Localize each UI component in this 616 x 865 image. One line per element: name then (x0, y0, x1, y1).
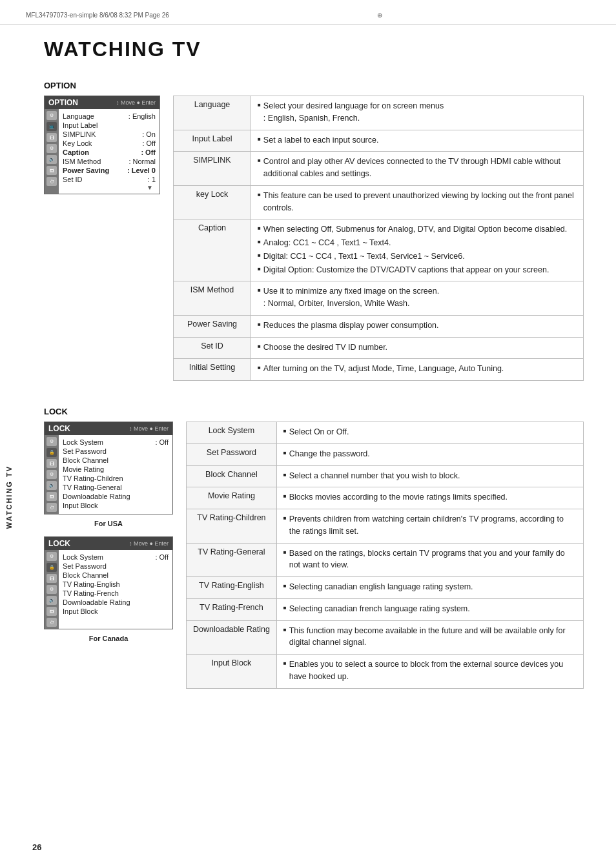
option-item-language: Language : English (63, 112, 156, 121)
lock-row-tvchildren-label: TV Rating-Children (187, 509, 277, 544)
option-row-caption: Caption When selecting Off, Submenus for… (174, 219, 584, 281)
lock-row-tvchildren: TV Rating-Children Prevents children fro… (187, 509, 584, 544)
option-menu-nav: ↕ Move ● Enter (116, 99, 156, 106)
option-item-ism-label: ISM Method (63, 158, 101, 165)
option-row-inputlabel-label: Input Label (174, 130, 251, 152)
option-icon-7: ⏱ (46, 177, 57, 186)
option-caption-bullet2: Analog: CC1 ~ CC4 , Text1 ~ Text4. (258, 237, 577, 249)
lock-row-tvenglish-label: TV Rating-English (187, 577, 277, 599)
option-item-powersaving-value: : Level 0 (127, 167, 156, 174)
option-row-ism-label: ISM Method (174, 281, 251, 316)
option-section: OPTION OPTION ↕ Move ● Enter ⚙ 📺 🎞 ⚙ 🔊 🖼 (44, 81, 584, 381)
lock-item-blockchannel-canada: Block Channel (63, 571, 169, 580)
option-item-ism-value: : Normal (128, 158, 156, 165)
lock-row-tvfrench-label: TV Rating-French (187, 598, 277, 620)
lock-icon-usa-2: 🔒 (46, 448, 57, 457)
lock-icon-usa-6: 🖼 (46, 492, 57, 501)
lock-item-inputblock-canada: Input Block (63, 607, 169, 616)
option-scroll-indicator: ▼ (63, 184, 156, 191)
lock-info-table: Lock System Select On or Off. Set Passwo… (186, 422, 584, 689)
lock-icon-canada-7: ⏱ (46, 618, 57, 627)
lock-menu-header-usa: LOCK ↕ Move ● Enter (45, 422, 172, 435)
lock-menu-box-canada: LOCK ↕ Move ● Enter ⚙ 🔒 🎞 ⚙ 🔊 🖼 (44, 536, 173, 629)
page-header: MFL34797073-en-simple 8/6/08 8:32 PM Pag… (0, 0, 616, 25)
lock-row-tvgeneral-info: Based on the ratings, blocks certain TV … (276, 543, 583, 577)
option-item-simplink: SIMPLINK : On (63, 130, 156, 139)
option-row-initialsetting-info: After turning on the TV, adjust Mode, Ti… (251, 359, 584, 381)
lock-section-body: LOCK ↕ Move ● Enter ⚙ 🔒 🎞 ⚙ 🔊 🖼 (44, 422, 584, 689)
lock-menu-usa: LOCK ↕ Move ● Enter ⚙ 🔒 🎞 ⚙ 🔊 🖼 (44, 422, 173, 530)
option-item-caption-value: : Off (141, 148, 156, 156)
option-language-bullet1: Select your desired language for on scre… (258, 100, 577, 125)
option-menu-items: Language : English Input Label SIMPLINK … (59, 109, 159, 194)
option-item-simplink-value: : On (142, 130, 156, 138)
option-row-caption-info: When selecting Off, Submenus for Analog,… (251, 219, 584, 281)
option-row-setid: Set ID Choose the desired TV ID number. (174, 337, 584, 359)
header-decoration: ⊕ (377, 12, 382, 19)
file-info: MFL34797073-en-simple 8/6/08 8:32 PM Pag… (26, 12, 169, 19)
option-item-setid: Set ID : 1 (63, 175, 156, 184)
lock-usa-sublabel: For USA (44, 520, 173, 527)
lock-row-blockchannel-label: Block Channel (187, 465, 277, 487)
lock-icon-usa-3: 🎞 (46, 459, 57, 468)
option-row-caption-label: Caption (174, 219, 251, 281)
option-item-keylock-value: : Off (142, 139, 156, 147)
lock-item-downloadable-usa: Downloadable Rating (63, 492, 169, 501)
lock-row-tvgeneral-label: TV Rating-General (187, 543, 277, 577)
lock-row-locksystem-info: Select On or Off. (276, 422, 583, 444)
lock-icon-usa-5: 🔊 (46, 481, 57, 490)
lock-icon-usa-1: ⚙ (46, 437, 57, 446)
lock-canada-sublabel: For Canada (44, 635, 173, 642)
lock-item-tvchildren-usa: TV Rating-Children (63, 474, 169, 483)
option-row-initialsetting-label: Initial Setting (174, 359, 251, 381)
page-number: 26 (32, 842, 41, 852)
lock-row-downloadable-label: Downloadable Rating (187, 620, 277, 655)
lock-item-locksystem-canada: Lock System : Off (63, 553, 169, 562)
option-row-simplink: SIMPLINK Control and play other AV devic… (174, 152, 584, 186)
option-row-setid-label: Set ID (174, 337, 251, 359)
lock-item-locksystem-usa: Lock System : Off (63, 438, 169, 447)
lock-item-tvgeneral-usa: TV Rating-General (63, 483, 169, 492)
option-row-simplink-label: SIMPLINK (174, 152, 251, 186)
lock-section-title: LOCK (44, 407, 584, 416)
option-menu-box: OPTION ↕ Move ● Enter ⚙ 📺 🎞 ⚙ 🔊 🖼 ⏱ (44, 96, 160, 194)
lock-section: LOCK LOCK ↕ Move ● Enter ⚙ 🔒 (44, 407, 584, 689)
lock-row-setpassword: Set Password Change the password. (187, 443, 584, 465)
option-item-setid-value: : 1 (148, 176, 156, 183)
option-row-ism-info: Use it to minimize any fixed image on th… (251, 281, 584, 316)
option-icon-2: 📺 (46, 122, 57, 131)
lock-item-setpassword-canada: Set Password (63, 562, 169, 571)
option-icon-1: ⚙ (46, 111, 57, 120)
lock-row-setpassword-info: Change the password. (276, 443, 583, 465)
lock-row-setpassword-label: Set Password (187, 443, 277, 465)
lock-row-inputblock-label: Input Block (187, 655, 277, 689)
lock-row-blockchannel-info: Select a channel number that you wish to… (276, 465, 583, 487)
lock-menu-items-usa: Lock System : Off Set Password Block Cha… (59, 435, 172, 514)
option-inputlabel-bullet1: Set a label to each input source. (258, 134, 577, 147)
lock-icon-canada-3: 🎞 (46, 574, 57, 583)
option-simplink-bullet1: Control and play other AV devices connec… (258, 156, 577, 180)
lock-row-downloadable: Downloadable Rating This function may be… (187, 620, 584, 655)
option-icon-4: ⚙ (46, 144, 57, 153)
option-info-table: Language Select your desired language fo… (173, 96, 584, 381)
option-row-language-info: Select your desired language for on scre… (251, 96, 584, 130)
lock-menu-nav-usa: ↕ Move ● Enter (129, 425, 169, 432)
lock-item-setpassword-usa: Set Password (63, 447, 169, 456)
option-item-ism: ISM Method : Normal (63, 157, 156, 166)
lock-item-tvfrench-canada: TV Rating-French (63, 589, 169, 598)
option-icon-bar: ⚙ 📺 🎞 ⚙ 🔊 🖼 ⏱ (45, 109, 59, 194)
lock-row-inputblock-info: Enables you to select a source to block … (276, 655, 583, 689)
lock-row-tvfrench-info: Selecting canadian french language ratin… (276, 598, 583, 620)
option-keylock-bullet1: This feature can be used to prevent unau… (258, 190, 577, 214)
lock-menu-header-canada: LOCK ↕ Move ● Enter (45, 537, 172, 550)
lock-icon-canada-2: 🔒 (46, 563, 57, 572)
option-item-simplink-label: SIMPLINK (63, 130, 96, 138)
lock-menu-box-usa: LOCK ↕ Move ● Enter ⚙ 🔒 🎞 ⚙ 🔊 🖼 (44, 422, 173, 514)
lock-row-tvchildren-info: Prevents children from watching certain … (276, 509, 583, 544)
lock-item-inputblock-usa: Input Block (63, 501, 169, 510)
option-row-language-label: Language (174, 96, 251, 130)
lock-item-tvenglish-canada: TV Rating-English (63, 580, 169, 589)
option-powersaving-bullet1: Reduces the plasma display power consump… (258, 320, 577, 332)
option-item-inputlabel: Input Label (63, 121, 156, 130)
option-row-inputlabel: Input Label Set a label to each input so… (174, 130, 584, 152)
